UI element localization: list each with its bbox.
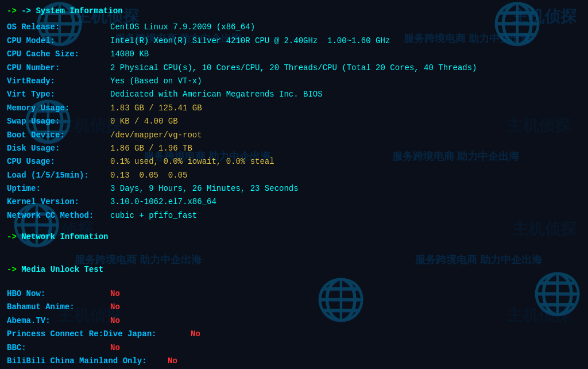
value-memory: 1.83 GB / 125.41 GB [110, 102, 202, 114]
row-boot-device: Boot Device: /dev/mapper/vg-root [7, 129, 581, 141]
label-cpu-usage: CPU Usage: [7, 155, 110, 168]
value-princess-connect: No [191, 328, 200, 340]
row-network-cc: Network CC Method: cubic + pfifo_fast [7, 209, 581, 222]
label-cpu-model: CPU Model: [7, 34, 110, 47]
row-os-release: OS Release: CentOS Linux 7.9.2009 (x86_6… [7, 21, 581, 33]
row-virt-type: Virt Type: Dedicated with American Megat… [7, 88, 581, 101]
label-boot-device: Boot Device: [7, 129, 110, 141]
value-cpu-number: 2 Physical CPU(s), 10 Cores/CPU, 20 Thre… [110, 62, 477, 74]
value-abema: No [110, 314, 120, 327]
value-cpu-cache: 14080 KB [110, 48, 149, 60]
row-bbc: BBC: No [7, 341, 581, 354]
value-hbo-now: No [110, 287, 120, 300]
label-kernel: Kernel Version: [7, 195, 110, 208]
label-memory: Memory Usage: [7, 102, 110, 114]
section-network-header: -> Network Infomation [7, 230, 581, 243]
row-swap: Swap Usage: 0 KB / 4.00 GB [7, 115, 581, 128]
value-virt-type: Dedicated with American Megatrends Inc. … [110, 88, 323, 101]
label-disk: Disk Usage: [7, 142, 110, 155]
row-cpu-usage: CPU Usage: 0.1% used, 0.0% iowait, 0.0% … [7, 155, 581, 168]
value-bahamut: No [110, 301, 120, 313]
row-cpu-model: CPU Model: Intel(R) Xeon(R) Silver 4210R… [7, 34, 581, 47]
section-network-label: Network Infomation [21, 232, 108, 241]
label-virt-type: Virt Type: [7, 88, 110, 101]
row-bahamut: Bahamut Anime: No [7, 301, 581, 313]
row-memory: Memory Usage: 1.83 GB / 125.41 GB [7, 102, 581, 114]
section-media-header: -> Media Unlock Test [7, 263, 581, 276]
row-princess-connect: Princess Connect Re:Dive Japan: No [7, 328, 581, 340]
label-network-cc: Network CC Method: [7, 209, 110, 222]
label-load: Load (1/5/15min): [7, 169, 110, 182]
row-cpu-cache: CPU Cache Size: 14080 KB [7, 48, 581, 60]
label-bbc: BBC: [7, 341, 110, 354]
value-swap: 0 KB / 4.00 GB [110, 115, 178, 128]
label-bahamut: Bahamut Anime: [7, 301, 110, 313]
row-kernel: Kernel Version: 3.10.0-1062.el7.x86_64 [7, 195, 581, 208]
value-disk: 1.86 GB / 1.96 TB [110, 142, 192, 155]
value-uptime: 3 Days, 9 Hours, 26 Minutes, 23 Seconds [110, 182, 299, 195]
label-uptime: Uptime: [7, 182, 110, 195]
label-swap: Swap Usage: [7, 115, 110, 128]
label-cpu-number: CPU Number: [7, 62, 110, 74]
arrow-icon-1: -> [7, 6, 17, 16]
row-uptime: Uptime: 3 Days, 9 Hours, 26 Minutes, 23 … [7, 182, 581, 195]
label-princess-connect: Princess Connect Re:Dive Japan: [7, 328, 191, 340]
value-load: 0.13 0.05 0.05 [110, 169, 187, 182]
value-kernel: 3.10.0-1062.el7.x86_64 [110, 195, 216, 208]
row-cpu-number: CPU Number: 2 Physical CPU(s), 10 Cores/… [7, 62, 581, 74]
label-virtready: VirtReady: [7, 75, 110, 87]
value-virtready: Yes (Based on VT-x) [110, 75, 202, 87]
label-os-release: OS Release: [7, 21, 110, 33]
arrow-icon-3: -> [7, 265, 17, 274]
row-bilibili-china: BiliBili China Mainland Only: No [7, 355, 581, 367]
value-network-cc: cubic + pfifo_fast [110, 209, 197, 222]
row-abema: Abema.TV: No [7, 314, 581, 327]
value-os-release: CentOS Linux 7.9.2009 (x86_64) [110, 21, 255, 33]
value-boot-device: /dev/mapper/vg-root [110, 129, 202, 141]
terminal-content: -> -> System Information OS Release: Cen… [0, 0, 588, 369]
value-cpu-model: Intel(R) Xeon(R) Silver 4210R CPU @ 2.40… [110, 34, 390, 47]
arrow-icon-2: -> [7, 232, 17, 241]
value-cpu-usage: 0.1% used, 0.0% iowait, 0.0% steal [110, 155, 274, 168]
row-load: Load (1/5/15min): 0.13 0.05 0.05 [7, 169, 581, 182]
value-bilibili-china: No [168, 355, 177, 367]
label-cpu-cache: CPU Cache Size: [7, 48, 110, 60]
row-hbo-now: HBO Now: No [7, 287, 581, 300]
label-hbo-now: HBO Now: [7, 287, 110, 300]
section-media-label: Media Unlock Test [21, 265, 103, 274]
label-abema: Abema.TV: [7, 314, 110, 327]
row-virtready: VirtReady: Yes (Based on VT-x) [7, 75, 581, 87]
section-system-label: -> System Information [21, 6, 122, 16]
label-bilibili-china: BiliBili China Mainland Only: [7, 355, 168, 367]
value-bbc: No [110, 341, 120, 354]
row-disk: Disk Usage: 1.86 GB / 1.96 TB [7, 142, 581, 155]
section-system-header: -> -> System Information [7, 5, 581, 17]
